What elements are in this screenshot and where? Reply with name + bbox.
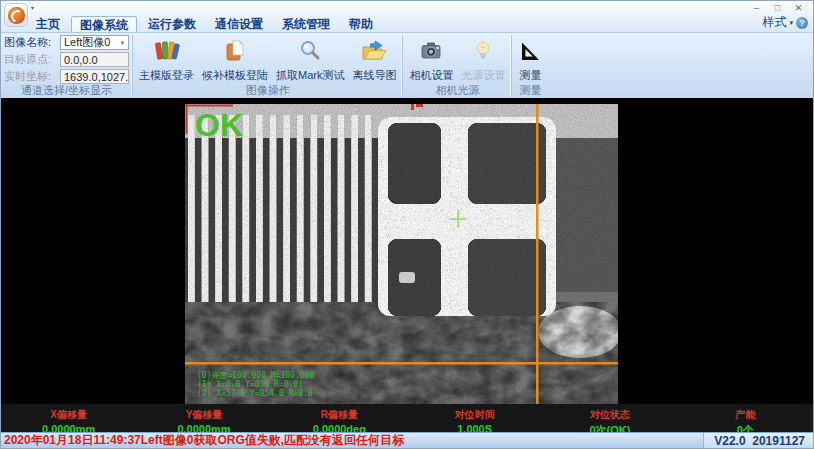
chevron-down-icon: ▾ — [789, 19, 793, 27]
help-icon[interactable]: ? — [796, 17, 808, 29]
group-channel-coords: 图像名称: Left图像0 ▼ 目标原点: 0.0,0.0 实时坐标: 1639… — [1, 33, 132, 98]
metrics-bar: X偏移量 0.0000mm Y偏移量 0.0000mm R偏移量 0.0000d… — [1, 404, 813, 432]
style-dropdown[interactable]: 样式 ▾ ? — [762, 14, 808, 31]
template-books-icon — [154, 38, 180, 63]
chevron-down-icon: ▼ — [117, 40, 128, 46]
application-window: ▾ – □ ✕ 主页 图像系统 运行参数 通信设置 系统管理 帮助 样式 ▾ ?… — [0, 0, 814, 449]
tab-help[interactable]: 帮助 — [341, 16, 381, 32]
cam-texture — [185, 104, 618, 404]
status-message: 2020年01月18日11:49:37Left图像0获取ORG值失败,匹配没有返… — [1, 432, 404, 449]
tab-home[interactable]: 主页 — [28, 16, 68, 32]
metric-align-time: 对位时间 1.000S — [407, 404, 542, 432]
light-settings-button[interactable]: 光源设置 — [457, 35, 509, 82]
group-measure: 测量 测量 — [512, 33, 548, 98]
realtime-coords-field[interactable]: 1639.0,1027.0 — [60, 69, 129, 84]
realtime-coords-value: 1639.0,1027.0 — [64, 71, 129, 83]
group-image-ops: 主模版登录 候补模板登陆 — [133, 33, 402, 98]
tab-system-manage[interactable]: 系统管理 — [274, 16, 338, 32]
style-label: 样式 — [762, 14, 786, 31]
main-template-login-button[interactable]: 主模版登录 — [135, 35, 198, 82]
image-name-combobox[interactable]: Left图像0 ▼ — [60, 35, 129, 50]
app-logo-icon — [8, 7, 25, 24]
version-label: V22.0 20191127 — [703, 433, 813, 448]
overlay-line: (1) X=0.0 Y=0.0 R=0.0) — [197, 380, 303, 389]
image-name-value: Left图像0 — [64, 35, 110, 50]
app-logo-button[interactable] — [4, 3, 28, 27]
backup-template-login-button[interactable]: 候补模板登陆 — [198, 35, 272, 82]
match-result-overlay: (0)亮度=100.000 M=100.000 (1) X=0.0 Y=0.0 … — [197, 371, 314, 398]
group-camera-light: 相机设置 光源设置 相机光源 — [403, 33, 511, 98]
offline-map-folder-icon — [361, 38, 387, 63]
chevron-down-icon: ▾ — [31, 4, 34, 11]
match-ok-label: OK — [195, 107, 243, 143]
camera-settings-button[interactable]: 相机设置 — [405, 35, 457, 82]
camera-icon — [419, 38, 443, 63]
target-origin-label: 目标原点: — [4, 52, 60, 67]
light-bulb-icon — [471, 38, 495, 63]
group-label-camera-light: 相机光源 — [403, 84, 511, 98]
offline-map-button[interactable]: 离线导图 — [348, 35, 400, 82]
template-page-icon — [223, 38, 247, 63]
image-viewport[interactable]: OK (0)亮度=100.000 M=100.000 (1) X=0.0 Y=0… — [1, 98, 814, 404]
metric-throughput: 产能 0个 — [678, 404, 813, 432]
tab-image-system[interactable]: 图像系统 — [71, 16, 137, 32]
grab-mark-test-button[interactable]: 抓取Mark测试 — [272, 35, 348, 82]
ribbon: 图像名称: Left图像0 ▼ 目标原点: 0.0,0.0 实时坐标: 1639… — [1, 32, 813, 98]
tab-comm-settings[interactable]: 通信设置 — [207, 16, 271, 32]
crosshair-vertical-line — [536, 104, 539, 404]
image-name-label: 图像名称: — [4, 35, 60, 50]
overlay-line: (2) X=57.0 Y=954.0 R=0.0 — [197, 389, 313, 398]
target-origin-field[interactable]: 0.0,0.0 — [60, 52, 129, 67]
measure-ruler-icon — [518, 38, 542, 63]
metric-y-offset: Y偏移量 0.0000mm — [136, 404, 271, 432]
measure-button[interactable]: 测量 — [514, 35, 546, 82]
tab-run-params[interactable]: 运行参数 — [140, 16, 204, 32]
target-origin-value: 0.0,0.0 — [64, 54, 98, 66]
group-label-measure: 测量 — [512, 84, 548, 98]
camera-image[interactable]: OK (0)亮度=100.000 M=100.000 (1) X=0.0 Y=0… — [185, 104, 618, 404]
crosshair-horizontal-line — [185, 362, 618, 365]
group-label-channel: 通道选择/坐标显示 — [1, 84, 132, 98]
metric-x-offset: X偏移量 0.0000mm — [1, 404, 136, 432]
group-label-image-ops: 图像操作 — [133, 84, 402, 98]
menu-tab-bar: 主页 图像系统 运行参数 通信设置 系统管理 帮助 — [28, 16, 381, 32]
magnifier-icon — [298, 38, 322, 63]
metric-r-offset: R偏移量 0.0000deg — [272, 404, 407, 432]
realtime-coords-label: 实时坐标: — [4, 69, 60, 84]
titlebar: ▾ – □ ✕ 主页 图像系统 运行参数 通信设置 系统管理 帮助 样式 ▾ ? — [1, 1, 813, 32]
status-bar: 2020年01月18日11:49:37Left图像0获取ORG值失败,匹配没有返… — [1, 432, 813, 448]
metric-align-status: 对位状态 0次(OK) — [542, 404, 677, 432]
overlay-line: (0)亮度=100.000 M=100.000 — [197, 371, 314, 380]
